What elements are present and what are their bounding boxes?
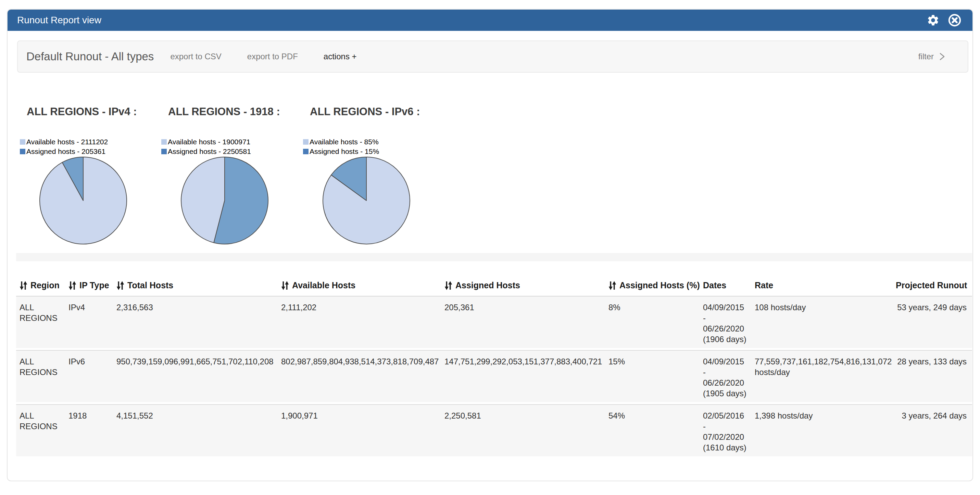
cell-region: ALL REGIONS [16,410,65,453]
sort-icon [608,281,616,291]
cell-dates: 04/09/2015 - 06/26/2020 (1905 days) [700,356,751,399]
chart-legend: Available hosts - 85% Assigned hosts - 1… [303,137,379,156]
cell-region: ALL REGIONS [16,356,65,399]
column-header-available-hosts[interactable]: Available Hosts [278,280,441,291]
column-header-dates: Dates [700,280,751,291]
row-separator [16,402,972,405]
filter-toggle[interactable]: filter [918,52,945,61]
cell-dates: 02/05/2016 - 07/02/2020 (1610 days) [700,410,751,453]
cell-assigned-hosts: 147,751,299,292,053,151,377,883,400,721 [441,356,605,399]
legend-available-swatch [20,139,25,145]
legend-assigned-swatch [20,149,25,154]
sort-icon [281,281,289,291]
column-header-projected-runout: Projected Runout [896,280,972,291]
section-divider [16,253,972,261]
legend-available-label: Available hosts - 1900971 [168,138,250,146]
export-csv-link[interactable]: export to CSV [170,52,221,61]
chart-title: ALL REGIONS - IPv4 : [27,105,137,118]
sort-icon [19,281,27,291]
cell-projected-runout: 28 years, 133 days [896,356,972,399]
column-header-assigned-hosts[interactable]: Assigned Hosts [441,280,605,291]
settings-gear-icon[interactable] [927,14,940,27]
cell-assigned-pct: 54% [605,410,700,453]
pie-chart-ipv4 [39,156,128,245]
report-toolbar: Default Runout - All types export to CSV… [17,40,968,73]
export-pdf-link[interactable]: export to PDF [247,52,298,61]
legend-available-swatch [303,139,309,145]
legend-assigned-swatch [303,149,309,154]
cell-total-hosts: 950,739,159,096,991,665,751,702,110,208 [113,356,278,399]
cell-ip-type: 1918 [65,410,113,453]
cell-rate: 108 hosts/day [751,302,896,345]
column-header-total-hosts[interactable]: Total Hosts [113,280,278,291]
cell-available-hosts: 1,900,971 [278,410,441,453]
runout-report-window: Runout Report view Default Runout - All … [7,9,973,481]
column-header-region[interactable]: Region [16,280,65,291]
cell-dates: 04/09/2015 - 06/26/2020 (1906 days) [700,302,751,345]
cell-assigned-pct: 8% [605,302,700,345]
row-separator [16,348,972,351]
column-header-rate: Rate [751,280,896,291]
pie-charts-section: ALL REGIONS - IPv4 : Available hosts - 2… [8,73,972,253]
sort-icon [68,281,76,291]
legend-available-label: Available hosts - 2111202 [26,138,108,146]
legend-assigned-label: Assigned hosts - 15% [310,147,379,156]
chart-legend: Available hosts - 1900971 Assigned hosts… [161,137,251,156]
table-header-row: Region IP Type Total Hosts Available Hos… [16,261,972,297]
runout-table: Region IP Type Total Hosts Available Hos… [16,261,972,456]
pie-chart-ipv6 [322,156,411,245]
chart-title: ALL REGIONS - IPv6 : [310,105,420,118]
chart-title: ALL REGIONS - 1918 : [168,105,280,118]
cell-available-hosts: 802,987,859,804,938,514,373,818,709,487 [278,356,441,399]
cell-assigned-hosts: 2,250,581 [441,410,605,453]
legend-available-swatch [161,139,167,145]
cell-projected-runout: 53 years, 249 days [896,302,972,345]
cell-total-hosts: 4,151,552 [113,410,278,453]
legend-assigned-label: Assigned hosts - 205361 [26,147,105,156]
chevron-right-icon [939,52,945,61]
cell-ip-type: IPv4 [65,302,113,345]
sort-icon [444,281,452,291]
legend-assigned-label: Assigned hosts - 2250581 [168,147,251,156]
chart-legend: Available hosts - 2111202 Assigned hosts… [20,137,108,156]
cell-assigned-hosts: 205,361 [441,302,605,345]
cell-available-hosts: 2,111,202 [278,302,441,345]
table-row-ipv6: ALL REGIONS IPv6 950,739,159,096,991,665… [16,351,972,402]
table-row-1918: ALL REGIONS 1918 4,151,552 1,900,971 2,2… [16,405,972,456]
cell-rate: 77,559,737,161,182,754,816,131,072 hosts… [751,356,896,399]
pie-chart-1918 [180,156,269,245]
actions-menu[interactable]: actions + [324,52,357,61]
titlebar: Runout Report view [8,10,972,31]
close-icon[interactable] [948,13,961,27]
cell-total-hosts: 2,316,563 [113,302,278,345]
legend-available-label: Available hosts - 85% [310,138,379,146]
legend-assigned-swatch [161,149,167,154]
cell-projected-runout: 3 years, 264 days [896,410,972,453]
filter-label: filter [918,52,934,61]
column-header-assigned-hosts-pct[interactable]: Assigned Hosts (%) [605,280,700,291]
column-header-ip-type[interactable]: IP Type [65,280,113,291]
report-title: Default Runout - All types [26,50,154,63]
cell-region: ALL REGIONS [16,302,65,345]
table-row-ipv4: ALL REGIONS IPv4 2,316,563 2,111,202 205… [16,297,972,348]
cell-assigned-pct: 15% [605,356,700,399]
sort-icon [116,281,124,291]
cell-ip-type: IPv6 [65,356,113,399]
window-title: Runout Report view [17,15,101,26]
cell-rate: 1,398 hosts/day [751,410,896,453]
